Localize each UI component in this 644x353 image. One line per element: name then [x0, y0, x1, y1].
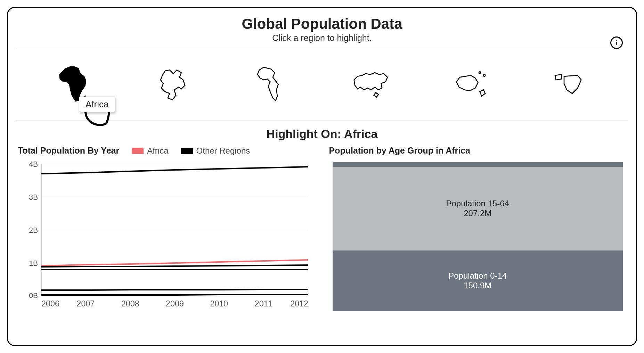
xtick: 2007	[76, 299, 95, 308]
segment-15-64-value: 207.2M	[464, 208, 491, 218]
segment-0-14: Population 0-14 150.9M	[333, 251, 623, 311]
xtick: 2011	[255, 299, 273, 308]
xtick: 2010	[210, 299, 228, 308]
legend-other: Other Regions	[181, 146, 250, 156]
region-oceania[interactable]	[439, 58, 501, 110]
age-chart-panel: Population by Age Group in Africa Popula…	[329, 146, 627, 313]
americas-icon	[250, 62, 295, 107]
region-asia[interactable]	[340, 58, 402, 110]
region-europe[interactable]	[143, 58, 205, 110]
ytick: 4B	[29, 160, 38, 169]
legend-swatch-other	[181, 148, 193, 154]
legend-label-other: Other Regions	[196, 146, 250, 156]
ytick: 0B	[29, 291, 38, 300]
series-asia	[41, 167, 308, 174]
region-middle-east[interactable]	[537, 58, 600, 110]
middle-east-icon	[546, 62, 591, 107]
ytick: 2B	[29, 226, 38, 235]
legend-africa: Africa	[132, 146, 168, 156]
legend-label-africa: Africa	[147, 146, 168, 156]
region-selector: Africa	[16, 53, 628, 116]
asia-icon	[349, 62, 394, 107]
segment-15-64: Population 15-64 207.2M	[333, 167, 623, 251]
segment-0-14-value: 150.9M	[464, 281, 491, 290]
xtick: 2012	[290, 299, 308, 308]
region-africa[interactable]: Africa	[44, 58, 107, 110]
line-chart-header: Total Population By Year Africa Other Re…	[18, 146, 315, 156]
region-americas[interactable]	[242, 58, 304, 110]
segment-65plus	[333, 162, 623, 167]
line-chart-title: Total Population By Year	[18, 146, 119, 156]
info-icon[interactable]: i	[610, 36, 623, 49]
segment-0-14-label: Population 0-14	[448, 271, 507, 281]
ytick: 1B	[29, 259, 38, 268]
xtick: 2008	[121, 299, 139, 308]
age-stacked-bar: Population 15-64 207.2M Population 0-14 …	[333, 162, 623, 311]
line-chart-panel: Total Population By Year Africa Other Re…	[18, 146, 315, 313]
oceania-icon	[447, 62, 492, 107]
page-title: Global Population Data	[16, 16, 628, 32]
europe-icon	[152, 62, 197, 107]
line-chart: 4B 3B 2B 1B 0B 2006 2007 2008 2009 2010 …	[18, 157, 315, 313]
svg-point-1	[483, 74, 485, 76]
xtick: 2009	[166, 299, 184, 308]
legend-swatch-africa	[132, 148, 144, 154]
region-tooltip: Africa	[79, 97, 115, 112]
age-chart-title: Population by Age Group in Africa	[329, 146, 627, 156]
divider	[16, 48, 628, 48]
series-oceania	[41, 295, 308, 295]
page-subtitle: Click a region to highlight.	[16, 33, 628, 43]
segment-15-64-label: Population 15-64	[446, 199, 509, 208]
xtick: 2006	[41, 299, 59, 308]
series-mideast	[41, 289, 308, 290]
dashboard-card: i Global Population Data Click a region …	[7, 7, 637, 346]
ytick: 3B	[29, 193, 38, 202]
svg-point-0	[479, 72, 481, 74]
